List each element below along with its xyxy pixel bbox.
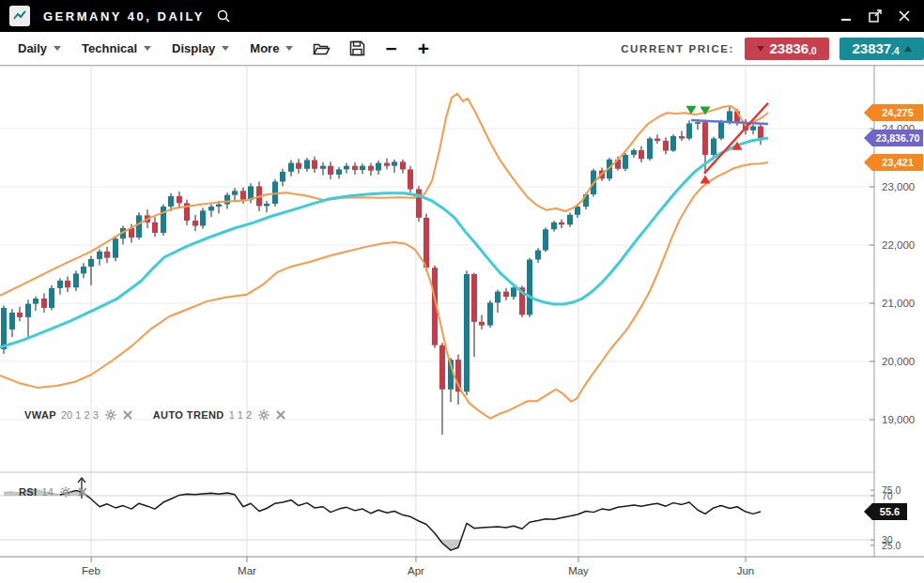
candle — [567, 215, 573, 225]
price-tags: 24,27523,42123,836.7055.6 — [864, 104, 923, 520]
candle — [758, 127, 763, 139]
gear-icon[interactable] — [60, 486, 71, 498]
candle — [511, 287, 516, 297]
candle — [216, 205, 222, 207]
tick-label: Feb — [82, 565, 100, 576]
axes: 24,00023,00022,00021,00020,00019,000FebM… — [0, 66, 924, 576]
bollinger-lower-line — [0, 162, 768, 419]
sell-price-badge[interactable]: 23836.0 — [745, 38, 829, 60]
candle — [702, 122, 708, 155]
candle — [631, 150, 637, 155]
vwap-params: 20 1 2 3 — [61, 409, 99, 421]
candle — [25, 304, 31, 317]
candle — [535, 251, 541, 260]
candle — [296, 163, 301, 169]
title-bar: GERMANY 40, DAILY — [0, 0, 924, 32]
menu-more[interactable]: More — [239, 41, 303, 55]
candle — [344, 166, 349, 170]
candle — [376, 163, 381, 171]
candle — [1, 308, 7, 349]
candle — [9, 313, 15, 330]
candle — [575, 207, 580, 215]
candle — [336, 169, 342, 175]
zoom-out-button[interactable]: − — [375, 35, 407, 63]
candle — [424, 218, 429, 268]
candle — [487, 302, 493, 325]
auto-trend-params: 1 1 2 — [229, 409, 252, 421]
candle — [439, 345, 445, 390]
candle — [41, 299, 47, 308]
window-controls — [839, 8, 915, 23]
menu-daily[interactable]: Daily — [8, 41, 71, 55]
tick-label: May — [568, 565, 589, 576]
candle — [264, 204, 270, 206]
tick-label: 25.0 — [882, 540, 901, 551]
popout-icon[interactable] — [868, 8, 883, 23]
search-icon[interactable] — [216, 8, 231, 23]
candle — [384, 163, 390, 166]
gear-icon[interactable] — [105, 409, 116, 421]
candle — [320, 166, 326, 169]
rsi-line — [60, 490, 761, 550]
candle — [495, 292, 500, 303]
candle — [654, 139, 660, 141]
chart-area: 24,00023,00022,00021,00020,00019,000FebM… — [0, 66, 924, 583]
menu-technical[interactable]: Technical — [71, 41, 162, 55]
candle — [168, 196, 174, 207]
close-icon[interactable] — [898, 9, 911, 23]
candle — [623, 155, 628, 169]
tick-label: Jun — [737, 565, 755, 576]
candle — [718, 122, 724, 139]
buy-marker-icon — [701, 175, 711, 183]
menu-display[interactable]: Display — [162, 41, 239, 55]
candle — [240, 191, 246, 199]
candle — [113, 238, 118, 257]
candle — [57, 281, 63, 288]
candle — [248, 186, 254, 199]
chevron-down-icon — [144, 46, 151, 51]
instrument-title: GERMANY 40, DAILY — [43, 9, 205, 23]
minimize-icon[interactable] — [839, 9, 853, 23]
chevron-down-icon — [54, 46, 61, 51]
candle — [200, 210, 206, 225]
upper-band-price-tag-text: 24,275 — [882, 107, 914, 118]
candle — [464, 274, 470, 391]
candle — [503, 292, 509, 298]
rsi-legend: RSI 14 — [19, 486, 87, 498]
candle — [192, 221, 198, 226]
candle — [551, 222, 557, 229]
candle — [17, 313, 23, 317]
tick-label: 20,000 — [882, 356, 915, 367]
current-price-label: CURRENT PRICE: — [621, 43, 734, 54]
rsi-label: RSI — [19, 486, 38, 498]
vwap-label: VWAP — [24, 409, 56, 421]
tick-label: 21,000 — [882, 298, 915, 309]
candle — [65, 281, 70, 287]
rsi-value-tag-text: 55.6 — [880, 506, 900, 517]
candle — [177, 196, 182, 203]
candle — [152, 222, 158, 233]
zoom-in-button[interactable]: + — [408, 35, 439, 63]
price-chart[interactable]: 24,00023,00022,00021,00020,00019,000FebM… — [0, 66, 924, 583]
candle — [33, 299, 38, 304]
close-icon[interactable] — [78, 487, 87, 497]
open-folder-icon[interactable] — [303, 41, 340, 56]
candle — [208, 207, 214, 210]
app-logo-icon — [9, 6, 30, 26]
candle — [695, 122, 701, 124]
candle — [136, 215, 142, 238]
candle — [559, 222, 564, 224]
candle — [543, 229, 548, 250]
candle — [727, 111, 732, 121]
gear-icon[interactable] — [258, 409, 270, 421]
chevron-down-icon — [285, 46, 293, 51]
candle — [81, 267, 86, 273]
lower-band-price-tag-text: 23,421 — [882, 157, 914, 168]
candle — [639, 150, 644, 159]
candle — [352, 166, 358, 170]
close-icon[interactable] — [276, 410, 285, 420]
candle — [711, 139, 716, 155]
buy-price-badge[interactable]: 23837.4 — [839, 38, 924, 60]
close-icon[interactable] — [123, 410, 132, 420]
save-icon[interactable] — [340, 40, 375, 56]
